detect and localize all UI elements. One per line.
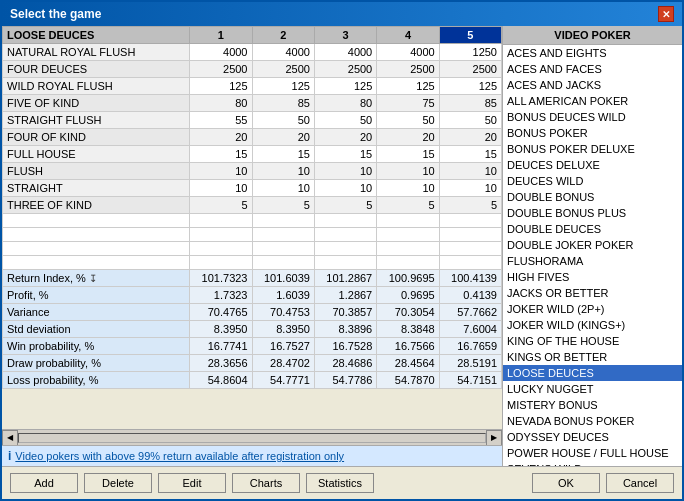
game-list-item[interactable]: FLUSHORAMA [503,253,682,269]
game-list-item[interactable]: DEUCES WILD [503,173,682,189]
left-panel: LOOSE DEUCES 1 2 3 4 [2,26,502,466]
table-row: THREE OF KIND 5 5 5 5 5 [3,197,502,214]
left-buttons: Add Delete Edit Charts Statistics [10,473,374,493]
game-list-item[interactable]: JOKER WILD (KINGS+) [503,317,682,333]
col1-header: 1 [190,27,252,44]
game-list-item[interactable]: ODYSSEY DEUCES [503,429,682,445]
hand-name: FIVE OF KIND [3,95,190,112]
stats-row: Win probability, % 16.7741 16.7527 16.75… [3,338,502,355]
game-list-item[interactable]: ALL AMERICAN POKER [503,93,682,109]
stat-label: Profit, % [3,287,190,304]
col5-header: 5 [439,27,501,44]
scroll-track [18,433,486,443]
stat-label: Win probability, % [3,338,190,355]
table-row: FLUSH 10 10 10 10 10 [3,163,502,180]
game-list-item[interactable]: POWER HOUSE / FULL HOUSE [503,445,682,461]
payouts-table: LOOSE DEUCES 1 2 3 4 [2,26,502,389]
right-panel-header: VIDEO POKER [503,26,682,45]
game-list-item[interactable]: BONUS POKER [503,125,682,141]
table-row: FOUR OF KIND 20 20 20 20 20 [3,129,502,146]
empty-row [3,228,502,242]
hand-name: NATURAL ROYAL FLUSH [3,44,190,61]
game-list-item[interactable]: DOUBLE JOKER POKER [503,237,682,253]
game-list-item[interactable]: DOUBLE BONUS [503,189,682,205]
stat-label: Std deviation [3,321,190,338]
game-list-item[interactable]: BONUS DEUCES WILD [503,109,682,125]
table-container: LOOSE DEUCES 1 2 3 4 [2,26,502,429]
game-list-item[interactable]: JOKER WILD (2P+) [503,301,682,317]
empty-row [3,256,502,270]
table-row: WILD ROYAL FLUSH 125 125 125 125 125 [3,78,502,95]
col2-header: 2 [252,27,314,44]
col4-header: 4 [377,27,439,44]
game-list-item[interactable]: JACKS OR BETTER [503,285,682,301]
hand-name: FOUR OF KIND [3,129,190,146]
scroll-left-btn[interactable]: ◀ [2,430,18,446]
stat-label: Draw probability, % [3,355,190,372]
right-panel: VIDEO POKER ACES AND EIGHTSACES AND FACE… [502,26,682,466]
game-list-item[interactable]: MISTERY BONUS [503,397,682,413]
stats-row: Loss probability, % 54.8604 54.7771 54.7… [3,372,502,389]
hand-name: STRAIGHT [3,180,190,197]
stats-row: Std deviation 8.3950 8.3950 8.3896 8.384… [3,321,502,338]
stat-label: Return Index, % ↧ [3,270,190,287]
game-list-item[interactable]: DOUBLE DEUCES [503,221,682,237]
table-row: NATURAL ROYAL FLUSH 4000 4000 4000 4000 … [3,44,502,61]
sort-icon: ↧ [89,273,97,284]
registration-link[interactable]: Video pokers with above 99% return avail… [15,450,344,462]
stats-row: Draw probability, % 28.3656 28.4702 28.4… [3,355,502,372]
col3-header: 3 [314,27,376,44]
hand-name: FULL HOUSE [3,146,190,163]
h-scrollbar: ◀ ▶ [2,429,502,445]
game-list-item[interactable]: KINGS OR BETTER [503,349,682,365]
bottom-info-bar: i Video pokers with above 99% return ava… [2,445,502,466]
game-list-item[interactable]: ACES AND FACES [503,61,682,77]
hand-name: FOUR DEUCES [3,61,190,78]
add-button[interactable]: Add [10,473,78,493]
game-list-item[interactable]: ACES AND JACKS [503,77,682,93]
hand-col-header: LOOSE DEUCES [3,27,190,44]
hand-name: WILD ROYAL FLUSH [3,78,190,95]
content-area: LOOSE DEUCES 1 2 3 4 [2,26,682,466]
charts-button[interactable]: Charts [232,473,300,493]
dialog-title: Select the game [10,7,101,21]
table-row: FOUR DEUCES 2500 2500 2500 2500 2500 [3,61,502,78]
game-list[interactable]: ACES AND EIGHTSACES AND FACESACES AND JA… [503,45,682,466]
right-buttons: OK Cancel [532,473,674,493]
stat-label: Loss probability, % [3,372,190,389]
game-list-item[interactable]: ACES AND EIGHTS [503,45,682,61]
empty-row [3,242,502,256]
game-list-item[interactable]: KING OF THE HOUSE [503,333,682,349]
title-bar: Select the game ✕ [2,2,682,26]
cancel-button[interactable]: Cancel [606,473,674,493]
close-button[interactable]: ✕ [658,6,674,22]
hand-name: THREE OF KIND [3,197,190,214]
table-row: STRAIGHT 10 10 10 10 10 [3,180,502,197]
game-list-item[interactable]: BONUS POKER DELUXE [503,141,682,157]
game-list-item[interactable]: NEVADA BONUS POKER [503,413,682,429]
empty-row [3,214,502,228]
ok-button[interactable]: OK [532,473,600,493]
bottom-buttons: Add Delete Edit Charts Statistics OK Can… [2,466,682,499]
hand-name: STRAIGHT FLUSH [3,112,190,129]
dialog: Select the game ✕ LOOSE DEUCES 1 2 [0,0,684,501]
game-list-item[interactable]: HIGH FIVES [503,269,682,285]
table-row: FULL HOUSE 15 15 15 15 15 [3,146,502,163]
table-row: FIVE OF KIND 80 85 80 75 85 [3,95,502,112]
stat-label: Variance [3,304,190,321]
game-list-item[interactable]: DOUBLE BONUS PLUS [503,205,682,221]
statistics-button[interactable]: Statistics [306,473,374,493]
stats-row: Profit, % 1.7323 1.6039 1.2867 0.9695 0.… [3,287,502,304]
stats-row: Return Index, % ↧ 101.7323 101.6039 101.… [3,270,502,287]
scroll-right-btn[interactable]: ▶ [486,430,502,446]
hand-name: FLUSH [3,163,190,180]
game-list-item[interactable]: DEUCES DELUXE [503,157,682,173]
stats-row: Variance 70.4765 70.4753 70.3857 70.3054… [3,304,502,321]
game-list-item[interactable]: LUCKY NUGGET [503,381,682,397]
delete-button[interactable]: Delete [84,473,152,493]
edit-button[interactable]: Edit [158,473,226,493]
info-icon: i [8,449,11,463]
table-row: STRAIGHT FLUSH 55 50 50 50 50 [3,112,502,129]
game-list-item[interactable]: LOOSE DEUCES [503,365,682,381]
